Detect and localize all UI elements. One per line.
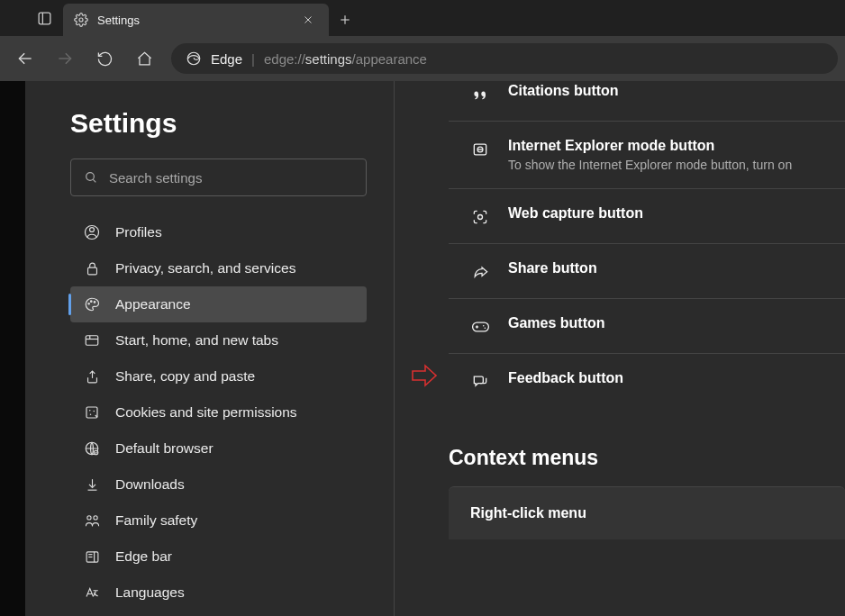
toolbar-buttons-list: Citations buttonInternet Explorer mode b…	[449, 81, 845, 408]
desktop-edge-strip	[0, 81, 25, 616]
sidebar-item-profiles[interactable]: Profiles	[70, 214, 367, 250]
option-description: To show the Internet Explorer mode butto…	[508, 158, 792, 172]
sidebar-icon	[83, 549, 101, 565]
toolbar-option-games-button[interactable]: Games button	[449, 299, 845, 354]
svg-point-2	[79, 18, 83, 22]
sidebar-item-label: Share, copy and paste	[115, 368, 255, 385]
toolbar: Edge | edge://settings/appearance	[0, 36, 845, 81]
arrowshare-icon	[470, 262, 490, 282]
refresh-button[interactable]	[86, 41, 123, 76]
settings-nav: ProfilesPrivacy, search, and servicesApp…	[70, 214, 367, 611]
sidebar-item-share-copy-and-paste[interactable]: Share, copy and paste	[70, 358, 367, 394]
tabs-icon	[83, 332, 101, 349]
sidebar-item-languages[interactable]: Languages	[70, 575, 367, 611]
addr-url: edge://settings/appearance	[264, 51, 427, 67]
family-icon	[83, 513, 101, 529]
toolbar-option-feedback-button[interactable]: Feedback button	[449, 354, 845, 408]
toolbar-option-internet-explorer-mode-button[interactable]: Internet Explorer mode buttonTo show the…	[449, 122, 845, 189]
search-settings-input[interactable]: Search settings	[70, 159, 367, 196]
browser-tab-settings[interactable]: Settings	[63, 4, 329, 36]
svg-point-12	[90, 228, 95, 232]
quote-icon	[470, 85, 490, 104]
capture-icon	[470, 207, 490, 227]
sidebar-item-label: Appearance	[115, 296, 191, 313]
sidebar-item-cookies-and-site-permissions[interactable]: Cookies and site permissions	[70, 394, 367, 430]
sidebar-item-family-safety[interactable]: Family safety	[70, 503, 367, 539]
settings-sidebar: Settings Search settings ProfilesPrivacy…	[25, 81, 395, 616]
forward-button[interactable]	[47, 41, 83, 76]
svg-point-15	[88, 303, 90, 305]
svg-point-22	[89, 410, 91, 412]
svg-point-28	[86, 515, 90, 519]
lock-icon	[83, 261, 101, 276]
sidebar-item-downloads[interactable]: Downloads	[70, 467, 367, 503]
svg-rect-37	[472, 322, 488, 331]
titlebar: Settings	[0, 0, 845, 36]
svg-rect-0	[39, 13, 50, 24]
cookies-icon	[83, 404, 101, 421]
edge-logo-icon	[186, 50, 202, 67]
svg-point-40	[482, 325, 484, 327]
svg-point-41	[484, 327, 486, 329]
sidebar-item-privacy-search-and-services[interactable]: Privacy, search, and services	[70, 250, 367, 286]
svg-line-11	[93, 179, 95, 182]
svg-rect-14	[87, 267, 96, 275]
svg-point-24	[90, 414, 92, 416]
right-click-menu-card[interactable]: Right-click menu	[449, 486, 845, 539]
gear-icon	[74, 13, 88, 27]
svg-point-29	[93, 515, 96, 519]
back-button[interactable]	[7, 41, 43, 76]
sidebar-item-label: Start, home, and new tabs	[115, 332, 278, 349]
share-icon	[83, 369, 101, 385]
sidebar-item-label: Privacy, search, and services	[115, 260, 295, 276]
sidebar-item-label: Languages	[115, 584, 185, 601]
new-tab-button[interactable]	[329, 4, 361, 36]
sidebar-item-edge-bar[interactable]: Edge bar	[70, 539, 367, 575]
search-icon	[84, 170, 98, 185]
sidebar-item-appearance[interactable]: Appearance	[70, 286, 367, 322]
svg-point-36	[478, 215, 483, 220]
feedback-icon	[470, 372, 490, 392]
settings-main-panel: Citations buttonInternet Explorer mode b…	[395, 81, 845, 616]
sidebar-item-default-browser[interactable]: Default browser	[70, 430, 367, 467]
address-bar[interactable]: Edge | edge://settings/appearance	[171, 43, 838, 74]
browser-icon	[83, 440, 101, 457]
games-icon	[470, 317, 490, 337]
toolbar-option-citations-button[interactable]: Citations button	[449, 81, 845, 122]
svg-point-16	[91, 301, 93, 303]
appearance-icon	[83, 296, 101, 313]
sidebar-item-label: Downloads	[115, 476, 185, 493]
titlebar-left-strip	[0, 0, 25, 36]
svg-point-23	[94, 411, 95, 412]
download-icon	[83, 477, 101, 493]
option-label: Citations button	[508, 83, 619, 99]
profiles-icon	[83, 224, 101, 240]
option-label: Web capture button	[508, 205, 643, 222]
toolbar-option-share-button[interactable]: Share button	[449, 244, 845, 299]
svg-point-10	[86, 173, 95, 181]
option-label: Share button	[508, 260, 597, 276]
sidebar-item-start-home-and-new-tabs[interactable]: Start, home, and new tabs	[70, 322, 367, 358]
content-area: Settings Search settings ProfilesPrivacy…	[0, 81, 845, 616]
home-button[interactable]	[126, 41, 162, 76]
svg-rect-18	[86, 336, 98, 346]
addr-brand: Edge	[211, 51, 242, 67]
search-placeholder: Search settings	[109, 170, 202, 186]
sidebar-item-label: Profiles	[115, 224, 162, 240]
addr-separator: |	[251, 51, 255, 67]
settings-heading: Settings	[70, 108, 367, 139]
tab-title: Settings	[97, 14, 289, 27]
toolbar-option-web-capture-button[interactable]: Web capture button	[449, 189, 845, 244]
option-label: Games button	[508, 315, 605, 331]
option-label: Feedback button	[508, 370, 623, 386]
close-tab-button[interactable]	[298, 10, 318, 30]
language-icon	[83, 584, 101, 601]
red-arrow-annotation-icon	[411, 364, 438, 387]
right-click-menu-label: Right-click menu	[470, 505, 823, 521]
context-menus-heading: Context menus	[449, 446, 845, 470]
vertical-tabs-button[interactable]	[25, 0, 63, 36]
sidebar-item-label: Cookies and site permissions	[115, 404, 297, 421]
sidebar-item-label: Default browser	[115, 440, 214, 457]
ie-icon	[470, 140, 490, 159]
sidebar-item-label: Edge bar	[115, 548, 172, 565]
